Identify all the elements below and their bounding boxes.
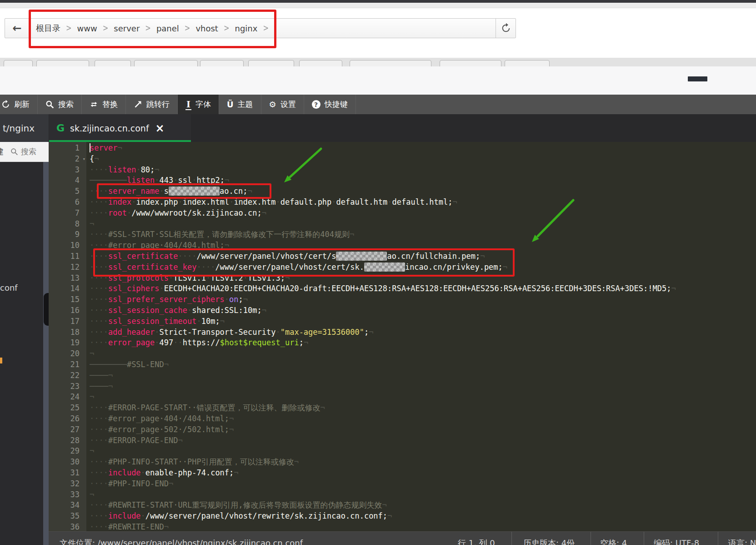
minimize-icon[interactable] xyxy=(688,76,707,81)
breadcrumb-item-vhost[interactable]: vhost xyxy=(194,24,220,33)
code-line[interactable]: 14····ssl_ciphers·EECDH+CHACHA20:EECDH+C… xyxy=(49,283,756,294)
line-number: 16 xyxy=(49,305,86,316)
breadcrumb-item-nginx[interactable]: nginx xyxy=(233,24,260,33)
status-history[interactable]: 历史版本: 4份 xyxy=(523,538,575,545)
breadcrumb-item-www[interactable]: www xyxy=(75,24,99,33)
cutoff-button[interactable] xyxy=(134,60,198,66)
cutoff-button[interactable] xyxy=(200,60,244,66)
new-file-button-partial[interactable]: 建 xyxy=(0,146,4,157)
code-line-text: ¬ xyxy=(86,348,94,359)
code-line[interactable]: 11····ssl_certificate····/www/server/pan… xyxy=(49,251,756,262)
code-line-text: ····add_header·Strict-Transport-Security… xyxy=(86,327,373,338)
code-line[interactable]: 24¬ xyxy=(49,392,756,403)
toolbar-button-label: 刷新 xyxy=(14,99,30,110)
status-file-location: 文件位置: /www/server/panel/vhost/nginx/sk.z… xyxy=(60,538,303,545)
code-line[interactable]: 21────────#SSL-END¬ xyxy=(49,359,756,370)
code-line[interactable]: 22────¬ xyxy=(49,370,756,381)
line-number: 30 xyxy=(49,457,86,468)
code-line[interactable]: 34····#REWRITE-START·URL重写规则引用,修改后将导致面板设… xyxy=(49,500,756,511)
close-icon[interactable]: × xyxy=(155,123,165,134)
code-line[interactable]: 18····add_header·Strict-Transport-Securi… xyxy=(49,327,756,338)
toolbar-button-label: 设置 xyxy=(280,99,296,110)
code-line-text: ····ssl_certificate_key····/www/server/p… xyxy=(86,262,507,273)
code-editor[interactable]: 1server¬2▾{¬3····listen·80;¬4────────lis… xyxy=(49,142,756,531)
code-line[interactable]: 6····index·index.php·index.html·index.ht… xyxy=(49,197,756,208)
code-line[interactable]: 12····ssl_certificate_key····/www/server… xyxy=(49,262,756,273)
code-line[interactable]: 13····ssl_protocols·TLSv1.1·TLSv1.2·TLSv… xyxy=(49,273,756,284)
toolbar-button-theme[interactable]: Ü主题 xyxy=(219,95,261,114)
status-encoding[interactable]: 编码: UTF-8 xyxy=(654,538,699,545)
cutoff-button[interactable] xyxy=(248,60,294,66)
cutoff-button[interactable] xyxy=(36,60,89,66)
toolbar-button-label: 替换 xyxy=(102,99,118,110)
code-line-text: ····ssl_session_cache·shared:SSL:10m;¬ xyxy=(86,305,266,316)
code-line[interactable]: 1server¬ xyxy=(49,143,756,154)
cutoff-button[interactable] xyxy=(4,60,33,66)
file-item-conf[interactable]: conf xyxy=(0,283,18,293)
code-line[interactable]: 23────¬ xyxy=(49,381,756,392)
cutoff-button[interactable] xyxy=(505,60,550,66)
code-line-text: ····#REWRITE-START·URL重写规则引用,修改后将导致面板设置的… xyxy=(86,500,387,511)
code-line[interactable]: 35····include·/www/server/panel/vhost/re… xyxy=(49,511,756,522)
editor-toolbar: 刷新搜索替换跳转行I字体Ü主题⚙设置?快捷键 xyxy=(0,95,756,114)
code-line[interactable]: 25····#ERROR-PAGE-START··错误页配置，可以注释、删除或修… xyxy=(49,403,756,414)
code-line[interactable]: 2▾{¬ xyxy=(49,154,756,165)
sidebar-divider[interactable] xyxy=(43,162,49,545)
file-marker-partial xyxy=(0,358,2,363)
line-number: 19 xyxy=(49,338,86,348)
breadcrumb-item-根目录[interactable]: 根目录 xyxy=(34,23,62,34)
back-button[interactable]: ← xyxy=(5,19,30,38)
code-line[interactable]: 19····error_page·497··https://$host$requ… xyxy=(49,338,756,348)
code-line[interactable]: 15····ssl_prefer_server_ciphers·on;¬ xyxy=(49,294,756,305)
code-line[interactable]: 17····ssl_session_timeout·10m;¬ xyxy=(49,316,756,327)
sidebar-search-input[interactable]: 搜索 xyxy=(21,146,36,157)
tab-sk-zijincao-conf[interactable]: G sk.zijincao.cn.conf × xyxy=(49,114,191,142)
code-line[interactable]: 9····#SSL-START·SSL相关配置，请勿删除或修改下一行带注释的40… xyxy=(49,229,756,240)
code-line[interactable]: 26····#error_page·404·/404.html;¬ xyxy=(49,414,756,424)
breadcrumb-item-panel[interactable]: panel xyxy=(155,24,181,33)
breadcrumb-item-server[interactable]: server xyxy=(112,24,141,33)
code-line[interactable]: 32····#PHP-INFO-END¬ xyxy=(49,479,756,489)
code-line[interactable]: 28····#ERROR-PAGE-END¬ xyxy=(49,435,756,446)
refresh-button[interactable] xyxy=(496,19,516,38)
code-line[interactable]: 30····#PHP-INFO-START··PHP引用配置，可以注释或修改¬ xyxy=(49,457,756,468)
status-spaces[interactable]: 空格: 4 xyxy=(600,538,627,545)
status-language[interactable]: 语言: Nginx xyxy=(728,538,756,545)
code-line[interactable]: 7····root·/www/wwwroot/sk.zijincao.cn;¬ xyxy=(49,208,756,219)
toolbar-button-search[interactable]: 搜索 xyxy=(38,95,82,114)
cutoff-button[interactable] xyxy=(95,60,131,66)
toolbar-button-refresh[interactable]: 刷新 xyxy=(0,95,38,114)
code-line[interactable]: 33¬ xyxy=(49,489,756,500)
code-line[interactable]: 10····#error_page·404/404.html;¬ xyxy=(49,240,756,251)
code-line[interactable]: 8¬ xyxy=(49,219,756,230)
code-line[interactable]: 29¬ xyxy=(49,446,756,457)
toolbar-button-shortcut[interactable]: ?快捷键 xyxy=(304,95,356,114)
code-line[interactable]: 20¬ xyxy=(49,348,756,359)
code-line[interactable]: 27····#error_page·502·/502.html;¬ xyxy=(49,424,756,435)
fold-marker-icon[interactable]: ▾ xyxy=(82,154,85,165)
line-number: 34 xyxy=(49,500,86,511)
code-line[interactable]: 3····listen·80;¬ xyxy=(49,165,756,176)
status-cursor-position: 行 1, 列 0 xyxy=(458,538,495,545)
code-line-text: ¬ xyxy=(86,219,94,230)
line-number: 13 xyxy=(49,273,86,284)
toolbar-button-label: 搜索 xyxy=(58,99,74,110)
code-line[interactable]: 36····#REWRITE-END¬ xyxy=(49,522,756,531)
toolbar-button-settings[interactable]: ⚙设置 xyxy=(261,95,304,114)
code-line[interactable]: 4────────listen·443·ssl·http2;¬ xyxy=(49,175,756,186)
line-number: 2▾ xyxy=(49,154,86,165)
toolbar-button-font[interactable]: I字体 xyxy=(178,95,219,114)
code-line[interactable]: 5····server_name·sao.cn;¬ xyxy=(49,186,756,197)
code-line[interactable]: 16····ssl_session_cache·shared:SSL:10m;¬ xyxy=(49,305,756,316)
code-line[interactable]: 31····include·enable-php-74.conf;¬ xyxy=(49,468,756,479)
code-line-text: ····#PHP-INFO-START··PHP引用配置，可以注释或修改¬ xyxy=(86,457,299,468)
sidebar-file-list[interactable]: conf xyxy=(0,162,43,545)
cutoff-button[interactable] xyxy=(350,60,431,66)
cutoff-button[interactable] xyxy=(440,60,501,66)
code-line-text: ····ssl_ciphers·EECDH+CHACHA20:EECDH+CHA… xyxy=(86,283,676,294)
line-number: 24 xyxy=(49,392,86,403)
toolbar-button-replace[interactable]: 替换 xyxy=(82,95,126,114)
line-number: 35 xyxy=(49,511,86,522)
cutoff-button[interactable] xyxy=(299,60,342,66)
toolbar-button-jump-line[interactable]: 跳转行 xyxy=(126,95,178,114)
